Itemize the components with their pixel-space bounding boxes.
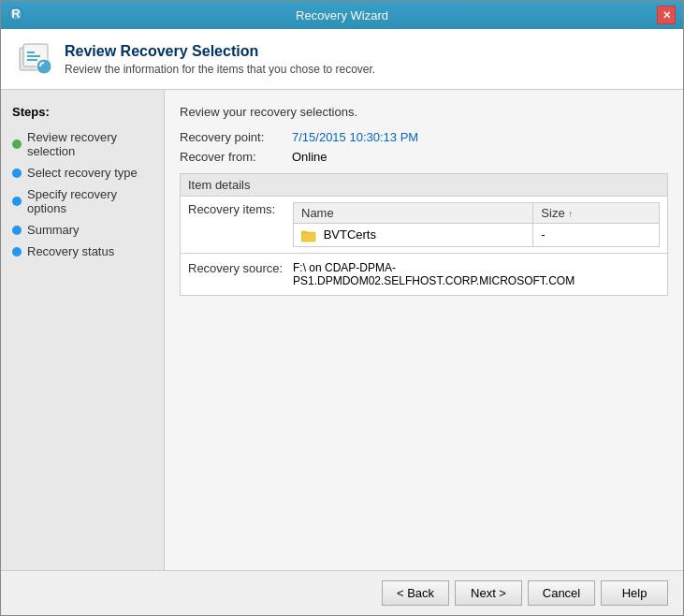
folder-icon <box>301 229 316 242</box>
step-label-specify: Specify recovery options <box>27 187 153 215</box>
title-bar-icon-area: R <box>8 7 27 24</box>
svg-rect-6 <box>27 59 37 61</box>
item-size-cell: - <box>533 224 660 247</box>
header-icon <box>16 40 53 78</box>
sidebar-item-review-recovery-selection[interactable]: Review recovery selection <box>1 126 164 162</box>
help-button[interactable]: Help <box>601 580 668 606</box>
title-bar: R Recovery Wizard ✕ <box>1 1 683 29</box>
review-instructions: Review your recovery selections. <box>180 105 668 119</box>
step-dot-status <box>12 247 22 257</box>
step-label-status: Recovery status <box>27 244 114 258</box>
step-dot-review <box>12 139 22 149</box>
items-table-container: Name Size ↑ <box>293 202 660 247</box>
recovery-items-table: Name Size ↑ <box>293 202 660 247</box>
item-details-header: Item details <box>181 174 667 197</box>
item-name-cell: BVTCerts <box>294 224 533 247</box>
col-header-size: Size ↑ <box>533 203 660 224</box>
main-panel: Review your recovery selections. Recover… <box>165 90 683 570</box>
sidebar-item-recovery-status[interactable]: Recovery status <box>1 241 164 262</box>
step-label-review: Review recovery selection <box>27 130 153 158</box>
step-dot-summary <box>12 226 22 235</box>
svg-rect-4 <box>27 51 35 53</box>
step-dot-specify <box>12 197 22 206</box>
steps-label: Steps: <box>1 101 164 126</box>
recovery-source-value: F:\ on CDAP-DPMA-PS1.DPMDOM02.SELFHOST.C… <box>293 261 660 287</box>
recover-from-row: Recover from: Online <box>180 150 668 164</box>
recovery-source-label: Recovery source: <box>188 261 293 287</box>
recovery-items-row: Recovery items: Name Size ↑ <box>181 197 667 253</box>
svg-point-7 <box>36 59 51 74</box>
col-header-name: Name <box>294 203 533 224</box>
recovery-source-row: Recovery source: F:\ on CDAP-DPMA-PS1.DP… <box>181 253 667 295</box>
wizard-header: Review Recovery Selection Review the inf… <box>1 29 683 90</box>
recovery-items-label: Recovery items: <box>181 202 293 247</box>
step-label-select: Select recovery type <box>27 166 138 180</box>
recover-from-value: Online <box>292 150 327 164</box>
svg-rect-10 <box>301 231 307 233</box>
header-subtitle: Review the information for the items tha… <box>65 63 375 76</box>
sidebar-item-select-recovery-type[interactable]: Select recovery type <box>1 162 164 183</box>
recovery-point-label: Recovery point: <box>180 130 292 144</box>
svg-text:R: R <box>11 7 21 21</box>
sidebar-item-specify-recovery-options[interactable]: Specify recovery options <box>1 183 164 219</box>
app-icon: R <box>8 7 23 22</box>
recovery-point-row: Recovery point: 7/15/2015 10:30:13 PM <box>180 130 668 144</box>
wizard-footer: < Back Next > Cancel Help <box>1 570 683 615</box>
cancel-button[interactable]: Cancel <box>528 580 595 606</box>
item-details-box: Item details Recovery items: Name Size <box>180 173 668 296</box>
recover-from-label: Recover from: <box>180 150 292 164</box>
header-title: Review Recovery Selection <box>65 43 375 60</box>
title-bar-title: Recovery Wizard <box>27 8 657 22</box>
recovery-icon <box>16 40 53 78</box>
header-text: Review Recovery Selection Review the inf… <box>65 43 375 76</box>
sidebar: Steps: Review recovery selection Select … <box>1 90 165 570</box>
step-dot-select <box>12 169 22 178</box>
sidebar-item-summary[interactable]: Summary <box>1 219 164 241</box>
svg-rect-5 <box>27 55 40 57</box>
table-row: BVTCerts - <box>294 224 660 247</box>
close-button[interactable]: ✕ <box>657 6 676 24</box>
recovery-wizard-window: R Recovery Wizard ✕ Review Recovery Sele… <box>0 0 684 616</box>
content-area: Steps: Review recovery selection Select … <box>1 90 683 570</box>
sort-arrow-icon: ↑ <box>568 209 573 219</box>
step-label-summary: Summary <box>27 223 80 237</box>
recovery-point-value: 7/15/2015 10:30:13 PM <box>292 130 418 144</box>
svg-rect-9 <box>301 232 315 242</box>
back-button[interactable]: < Back <box>382 580 449 606</box>
next-button[interactable]: Next > <box>455 580 522 606</box>
